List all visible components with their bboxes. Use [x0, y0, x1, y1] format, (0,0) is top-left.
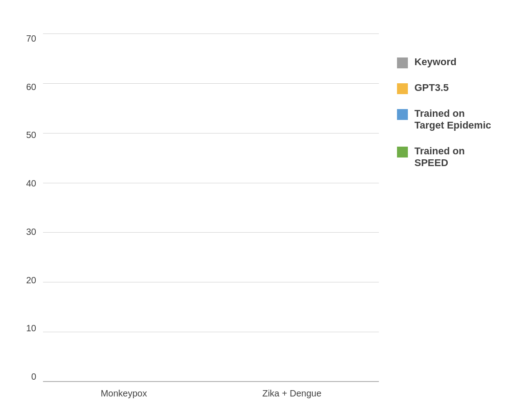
y-label-10: 10: [26, 323, 36, 334]
y-label-70: 70: [26, 33, 36, 44]
y-label-60: 60: [26, 82, 36, 92]
x-label-monkeypox: Monkeypox: [100, 388, 147, 399]
legend-item-trained-target: Trained onTarget Epidemic: [397, 108, 491, 132]
legend-label-trained-speed: Trained onSPEED: [414, 145, 464, 169]
chart-legend: Keyword GPT3.5 Trained onTarget Epidemic…: [379, 29, 491, 169]
y-label-40: 40: [26, 178, 36, 189]
legend-item-gpt35: GPT3.5: [397, 82, 491, 94]
legend-item-keyword: Keyword: [397, 56, 491, 68]
y-label-30: 30: [26, 227, 36, 237]
legend-swatch-trained-target: [397, 109, 408, 120]
y-label-0: 0: [31, 372, 36, 382]
legend-label-keyword: Keyword: [414, 56, 456, 68]
chart-area: 70 60 50 40 30 20 10 0: [16, 29, 379, 405]
legend-swatch-gpt35: [397, 83, 408, 94]
chart-body: Monkeypox Zika + Dengue: [43, 29, 379, 405]
x-label-zika-dengue: Zika + Dengue: [262, 388, 321, 399]
legend-item-trained-speed: Trained onSPEED: [397, 145, 491, 169]
bars-area: [43, 33, 379, 382]
legend-swatch-trained-speed: [397, 147, 408, 158]
chart-plot: 70 60 50 40 30 20 10 0: [16, 29, 379, 405]
y-label-50: 50: [26, 130, 36, 140]
y-axis: 70 60 50 40 30 20 10 0: [16, 29, 36, 405]
chart-container: 70 60 50 40 30 20 10 0: [16, 15, 491, 405]
legend-label-gpt35: GPT3.5: [414, 82, 449, 94]
legend-swatch-keyword: [397, 57, 408, 68]
legend-label-trained-target: Trained onTarget Epidemic: [414, 108, 491, 132]
y-label-20: 20: [26, 275, 36, 286]
x-labels: Monkeypox Zika + Dengue: [43, 382, 379, 405]
